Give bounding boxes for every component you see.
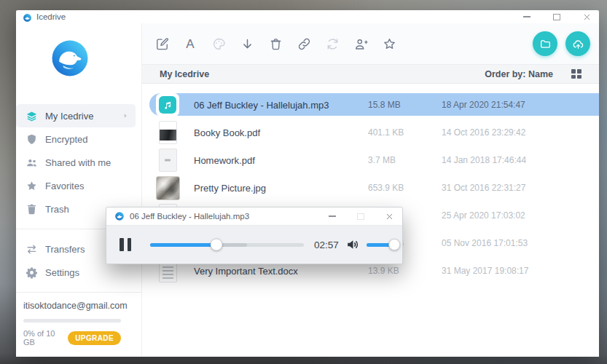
- seek-slider[interactable]: [150, 243, 304, 247]
- window-controls: [522, 10, 592, 23]
- sidebar-primary-nav: My IcedriveEncryptedShared with meFavori…: [16, 104, 141, 221]
- file-size: 653.9 KB: [368, 183, 428, 193]
- star-icon: [26, 180, 38, 192]
- sidebar-item-label: Transfers: [45, 244, 85, 255]
- favorite-button[interactable]: [380, 34, 399, 53]
- palette-icon: [212, 37, 226, 51]
- file-date: 18 Apr 2020 21:54:47: [442, 100, 599, 110]
- icedrive-logo-icon: [50, 39, 90, 78]
- file-date: 14 Jan 2018 17:46:44: [442, 155, 599, 165]
- player-close-button[interactable]: [384, 211, 394, 221]
- audio-player-window: 06 Jeff Buckley - Hallelujah.mp3 02:57: [106, 207, 403, 264]
- icedrive-window: Icedrive My IcedriveEncryptedShared with…: [16, 10, 599, 357]
- main-pane: A My Icedrive Order by: Name 06 Jeff Buc…: [142, 23, 599, 357]
- account-section: itisoktodance@gmail.com 0% of 10 GB UPGR…: [16, 301, 141, 360]
- sidebar-item-favorites[interactable]: Favorites: [16, 174, 136, 197]
- file-date: 25 Apr 2020 17:03:02: [442, 210, 599, 221]
- upgrade-button[interactable]: UPGRADE: [68, 331, 121, 345]
- color-button: [209, 34, 228, 53]
- trash-o-icon: [269, 37, 283, 51]
- rename-button[interactable]: A: [181, 34, 200, 53]
- letter-a-icon: A: [186, 38, 194, 50]
- gear-icon: [26, 266, 38, 279]
- icedrive-logo-small-icon: [23, 12, 32, 22]
- pause-button[interactable]: [120, 238, 131, 251]
- file-size: 401.1 KB: [368, 127, 428, 138]
- seek-thumb[interactable]: [210, 239, 222, 251]
- desktop-wallpaper: Icedrive My IcedriveEncryptedShared with…: [0, 0, 607, 364]
- close-button[interactable]: [581, 12, 592, 22]
- grid-view-icon[interactable]: [571, 69, 581, 79]
- transfers-icon: [26, 243, 38, 256]
- link-icon: [297, 37, 311, 51]
- edit-icon: [155, 37, 169, 51]
- file-name: Very Important Text.docx: [194, 266, 354, 277]
- sidebar-item-label: My Icedrive: [45, 111, 93, 122]
- download-icon: [240, 37, 254, 51]
- seek-progress: [150, 243, 216, 247]
- pause-icon: [120, 238, 124, 251]
- audio-file-thumb: [156, 93, 179, 116]
- file-row[interactable]: Homework.pdf3.7 MB14 Jan 2018 17:46:44: [142, 146, 599, 174]
- player-minimize-button[interactable]: [327, 211, 337, 221]
- trash-icon: [26, 203, 38, 215]
- chevron-right-icon: [122, 113, 128, 119]
- sidebar: My IcedriveEncryptedShared with meFavori…: [16, 23, 142, 357]
- file-row[interactable]: 06 Jeff Buckley - Hallelujah.mp315.8 MB1…: [142, 91, 599, 119]
- minimize-icon: [523, 16, 530, 17]
- player-body: 02:57: [106, 226, 402, 264]
- toolbar-actions: A: [152, 34, 408, 53]
- pdf-thumbnail: [159, 121, 177, 144]
- toolbar-primary-buttons: [525, 31, 590, 56]
- file-date: 31 May 2017 19:08:17: [442, 266, 599, 276]
- icedrive-logo-small-icon: [114, 211, 125, 221]
- storage-usage-bar: [23, 319, 121, 323]
- download-button[interactable]: [238, 34, 256, 53]
- share-link-button[interactable]: [294, 34, 313, 53]
- sidebar-item-my-icedrive[interactable]: My Icedrive: [16, 104, 136, 127]
- upload-button[interactable]: [565, 31, 590, 56]
- new-folder-button[interactable]: [533, 31, 557, 56]
- volume-thumb[interactable]: [388, 239, 400, 250]
- pathbar: My Icedrive Order by: Name: [142, 64, 599, 84]
- delete-button[interactable]: [266, 34, 285, 53]
- music-note-icon: [159, 96, 176, 114]
- sync-button: [323, 34, 342, 53]
- maximize-button[interactable]: [552, 12, 562, 22]
- shield-icon: [26, 133, 38, 146]
- volume-slider[interactable]: [367, 243, 395, 247]
- file-row[interactable]: Pretty Picture.jpg653.9 KB31 Oct 2016 22…: [142, 174, 599, 202]
- minimize-icon: [329, 215, 336, 217]
- player-titlebar[interactable]: 06 Jeff Buckley - Hallelujah.mp3: [106, 207, 402, 226]
- user-plus-icon: [354, 37, 368, 51]
- edit-button[interactable]: [152, 34, 171, 53]
- maximize-icon: [553, 14, 560, 20]
- file-name: Booky Book.pdf: [194, 127, 354, 138]
- file-name: 06 Jeff Buckley - Hallelujah.mp3: [194, 100, 354, 111]
- pause-icon: [128, 238, 132, 251]
- breadcrumb[interactable]: My Icedrive: [160, 69, 209, 79]
- pdf-thumbnail: [159, 149, 177, 172]
- file-row[interactable]: Booky Book.pdf401.1 KB14 Oct 2016 23:29:…: [142, 119, 599, 146]
- order-by-control[interactable]: Order by: Name: [485, 69, 553, 79]
- window-titlebar[interactable]: Icedrive: [16, 10, 599, 23]
- player-window-controls: [327, 211, 394, 221]
- file-date: 14 Oct 2016 23:29:42: [442, 127, 599, 138]
- sidebar-divider: [16, 292, 141, 293]
- sidebar-item-label: Shared with me: [45, 157, 111, 168]
- folder-icon: [539, 38, 552, 50]
- sidebar-item-shared-with-me[interactable]: Shared with me: [16, 151, 136, 174]
- player-title: 06 Jeff Buckley - Hallelujah.mp3: [130, 212, 249, 221]
- minimize-button[interactable]: [522, 12, 532, 22]
- player-maximize-button[interactable]: [356, 211, 366, 221]
- sidebar-item-label: Settings: [45, 267, 79, 278]
- speaker-icon[interactable]: [345, 237, 360, 252]
- file-date: 31 Oct 2016 22:31:27: [442, 183, 599, 193]
- file-name: Homework.pdf: [194, 155, 354, 166]
- elapsed-time: 02:57: [313, 240, 340, 250]
- layers-icon: [26, 110, 38, 122]
- sync-icon: [326, 37, 340, 51]
- cloud-up-icon: [572, 38, 584, 50]
- share-user-button[interactable]: [351, 34, 370, 53]
- sidebar-item-encrypted[interactable]: Encrypted: [16, 127, 136, 151]
